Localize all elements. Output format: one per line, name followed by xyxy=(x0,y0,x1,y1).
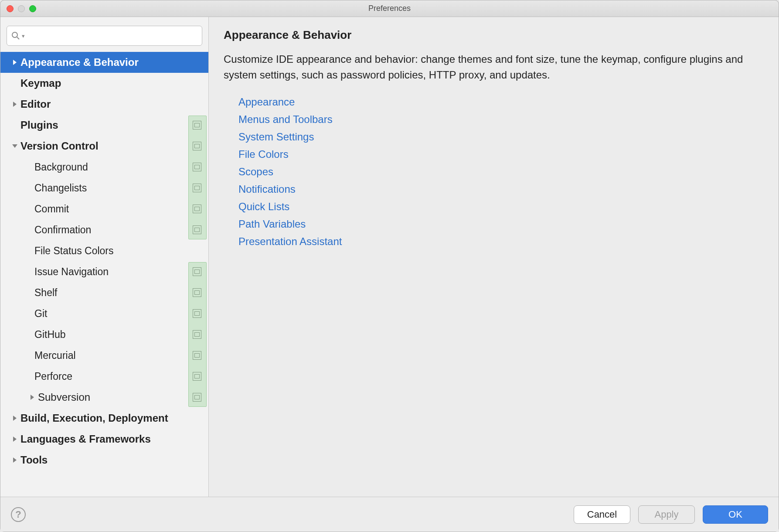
sidebar-item[interactable]: Commit xyxy=(0,198,208,219)
project-scope-icon xyxy=(193,205,201,213)
sidebar-item[interactable]: Confirmation xyxy=(0,219,208,240)
sidebar-item-label: Commit xyxy=(34,203,193,215)
search-dropdown-icon[interactable]: ▾ xyxy=(22,33,25,39)
sidebar-item[interactable]: Subversion xyxy=(0,387,208,408)
project-scope-icon xyxy=(193,121,201,130)
project-scope-icon xyxy=(193,142,201,150)
sidebar-item[interactable]: Version Control xyxy=(0,136,208,157)
sidebar: ▾ Appearance & BehaviorKeymapEditorPlugi… xyxy=(0,17,209,497)
page-title: Appearance & Behavior xyxy=(224,28,764,42)
sidebar-item[interactable]: Shelf xyxy=(0,282,208,303)
subpage-link[interactable]: File Colors xyxy=(238,146,764,163)
project-scope-icon xyxy=(193,184,201,192)
sidebar-item-label: Keymap xyxy=(20,77,205,89)
sidebar-item-label: Version Control xyxy=(20,140,193,152)
sidebar-item[interactable]: Changelists xyxy=(0,177,208,198)
sidebar-item-label: Confirmation xyxy=(34,224,193,236)
page-description: Customize IDE appearance and behavior: c… xyxy=(224,51,747,83)
sidebar-item[interactable]: Appearance & Behavior xyxy=(0,52,208,73)
subpage-link[interactable]: System Settings xyxy=(238,128,764,146)
sidebar-item-label: Editor xyxy=(20,98,205,110)
sidebar-item-label: Build, Execution, Deployment xyxy=(20,412,205,424)
project-scope-icon xyxy=(193,163,201,171)
sidebar-item-label: Mercurial xyxy=(34,350,193,361)
sidebar-item[interactable]: Background xyxy=(0,157,208,177)
project-scope-icon xyxy=(193,393,201,402)
preferences-window: Preferences ▾ Appearance & BehaviorKeyma… xyxy=(0,0,779,532)
chevron-down-icon xyxy=(9,143,20,149)
sidebar-item-label: Shelf xyxy=(34,287,193,299)
project-scope-icon xyxy=(193,225,201,234)
subpage-link[interactable]: Path Variables xyxy=(238,215,764,233)
subpage-link[interactable]: Presentation Assistant xyxy=(238,233,764,250)
subpage-link[interactable]: Notifications xyxy=(238,181,764,198)
sidebar-item[interactable]: Git xyxy=(0,303,208,324)
ok-button[interactable]: OK xyxy=(703,505,768,524)
search-box[interactable]: ▾ xyxy=(7,26,202,46)
svg-point-0 xyxy=(12,32,17,38)
sidebar-item-label: Languages & Frameworks xyxy=(20,433,205,445)
sidebar-item-label: Git xyxy=(34,308,193,320)
sidebar-item[interactable]: File Status Colors xyxy=(0,240,208,261)
chevron-right-icon xyxy=(9,457,20,463)
sidebar-item-label: Plugins xyxy=(20,119,193,131)
sidebar-item[interactable]: Plugins xyxy=(0,115,208,136)
sidebar-item-label: Changelists xyxy=(34,182,193,194)
sidebar-item-label: File Status Colors xyxy=(34,245,205,257)
subpage-link[interactable]: Quick Lists xyxy=(238,198,764,215)
project-scope-icon xyxy=(193,288,201,297)
sidebar-item-label: Subversion xyxy=(38,391,193,403)
subpage-link[interactable]: Menus and Toolbars xyxy=(238,111,764,128)
body: ▾ Appearance & BehaviorKeymapEditorPlugi… xyxy=(0,17,779,497)
project-scope-icon xyxy=(193,309,201,318)
settings-tree: Appearance & BehaviorKeymapEditorPlugins… xyxy=(0,52,208,471)
sidebar-item[interactable]: Perforce xyxy=(0,366,208,387)
project-scope-icon xyxy=(193,330,201,339)
sidebar-item[interactable]: Issue Navigation xyxy=(0,261,208,282)
chevron-right-icon xyxy=(9,415,20,421)
sidebar-item-label: Tools xyxy=(20,454,205,466)
sidebar-item-label: Background xyxy=(34,161,193,173)
sidebar-item[interactable]: Editor xyxy=(0,94,208,115)
sidebar-item[interactable]: Keymap xyxy=(0,73,208,94)
footer: ? Cancel Apply OK xyxy=(0,497,779,532)
sidebar-item-label: Perforce xyxy=(34,371,193,382)
chevron-right-icon xyxy=(9,101,20,107)
sidebar-item-label: GitHub xyxy=(34,329,193,341)
main-panel: Appearance & Behavior Customize IDE appe… xyxy=(209,17,779,497)
project-scope-icon xyxy=(193,267,201,276)
sidebar-item[interactable]: Languages & Frameworks xyxy=(0,429,208,450)
titlebar: Preferences xyxy=(0,0,779,17)
subpage-link[interactable]: Scopes xyxy=(238,163,764,181)
chevron-right-icon xyxy=(27,394,38,400)
sidebar-item-label: Appearance & Behavior xyxy=(20,56,205,68)
sidebar-item-label: Issue Navigation xyxy=(34,266,193,278)
search-icon xyxy=(11,31,20,40)
sidebar-item[interactable]: Tools xyxy=(0,450,208,471)
search-input[interactable] xyxy=(27,31,197,41)
help-icon[interactable]: ? xyxy=(11,507,26,522)
subpage-links: AppearanceMenus and ToolbarsSystem Setti… xyxy=(238,93,764,250)
project-scope-icon xyxy=(193,372,201,381)
chevron-right-icon xyxy=(9,436,20,442)
svg-line-1 xyxy=(17,37,19,39)
sidebar-item[interactable]: GitHub xyxy=(0,324,208,345)
chevron-right-icon xyxy=(9,59,20,65)
sidebar-item[interactable]: Build, Execution, Deployment xyxy=(0,408,208,429)
project-scope-icon xyxy=(193,351,201,360)
cancel-button[interactable]: Cancel xyxy=(574,505,630,524)
window-title: Preferences xyxy=(0,4,779,13)
apply-button[interactable]: Apply xyxy=(638,505,695,524)
subpage-link[interactable]: Appearance xyxy=(238,93,764,111)
sidebar-item[interactable]: Mercurial xyxy=(0,345,208,366)
